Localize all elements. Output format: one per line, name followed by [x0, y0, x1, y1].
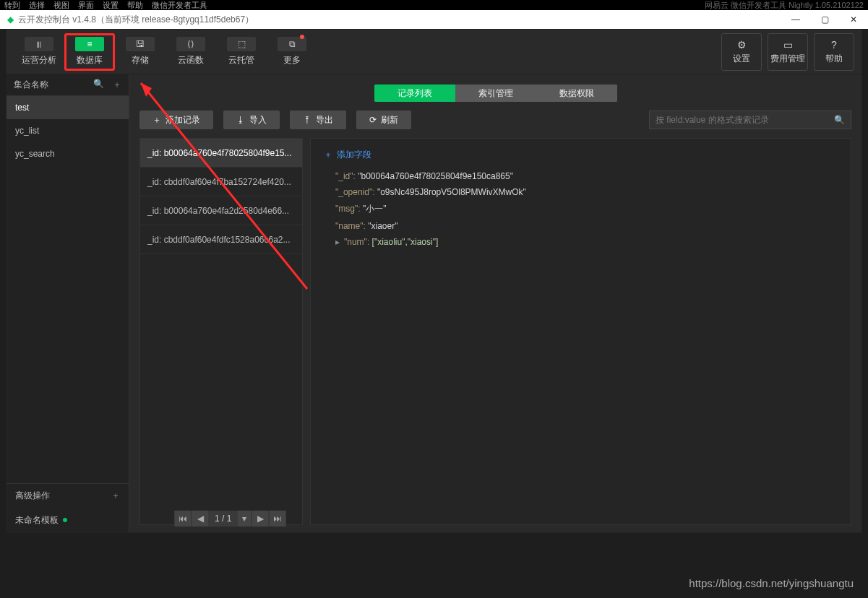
pager-status: 1 / 1	[209, 514, 237, 524]
import-button[interactable]: ⭳导入	[223, 110, 280, 129]
toolbar-cloudhost[interactable]: ⬚云托管	[216, 33, 267, 71]
sidebar-item-yclist[interactable]: yc_list	[7, 119, 129, 142]
record-row[interactable]: _id: b00064a760e4fa2d2580d4e66...	[140, 196, 302, 225]
pager-next[interactable]: ▶	[252, 511, 268, 526]
add-record-button[interactable]: ＋添加记录	[139, 110, 213, 129]
field-row[interactable]: ▸"num": ["xiaoliu","xiaosi"]	[335, 237, 838, 247]
sidebar-item-test[interactable]: test	[7, 96, 129, 119]
toolbar-cloudfunc[interactable]: ⟨⟩云函数	[166, 33, 216, 71]
minimize-button[interactable]: —	[781, 10, 810, 29]
titlebar: ◆ 云开发控制台 v1.4.8（当前环境 release-8gtygq11df5…	[0, 10, 868, 29]
field-row[interactable]: "name": "xiaoer"	[335, 221, 838, 231]
toolbar-more[interactable]: ⧉更多	[267, 33, 317, 71]
tab-indexes[interactable]: 索引管理	[455, 84, 536, 102]
field-row[interactable]: "_id": "b00064a760e4f78025804f9e150ca865…	[335, 171, 838, 181]
sidebar-template[interactable]: 未命名模板	[7, 508, 129, 532]
field-row[interactable]: "_openid": "o9sNc495J8ropV5Ol8PMWivXMwOk…	[335, 187, 838, 197]
search-input[interactable]	[656, 115, 834, 125]
toolbar-database[interactable]: ≡数据库	[64, 33, 115, 71]
main-toolbar: ⫼运营分析 ≡数据库 🖫存储 ⟨⟩云函数 ⬚云托管 ⧉更多 ⚙设置 ▭费用管理 …	[7, 30, 861, 74]
pager-dropdown[interactable]: ▾	[238, 511, 251, 526]
toolbar-analytics[interactable]: ⫼运营分析	[14, 33, 64, 71]
expand-icon[interactable]: ▸	[335, 237, 340, 247]
app-menubar: 转到选择视图界面设置帮助微信开发者工具 网易云 微信开发者工具 Nightly …	[0, 0, 868, 10]
plus-icon: ＋	[152, 114, 161, 126]
main-panel: 记录列表 索引管理 数据权限 ＋添加记录 ⭳导入 ⭱导出 ⟳刷新 🔍 _id: …	[129, 74, 861, 532]
maximize-button[interactable]: ▢	[810, 10, 839, 29]
export-button[interactable]: ⭱导出	[290, 110, 346, 129]
plus-icon: ＋	[324, 149, 332, 161]
billing-icon: ▭	[783, 39, 793, 51]
tab-permissions[interactable]: 数据权限	[536, 84, 617, 102]
pager-first[interactable]: ⏮	[175, 511, 191, 526]
record-detail: ＋添加字段 "_id": "b00064a760e4f78025804f9e15…	[310, 138, 851, 525]
watermark: https://blog.csdn.net/yingshuangtu	[689, 577, 854, 589]
search-box[interactable]: 🔍	[649, 110, 851, 129]
close-button[interactable]: ✕	[839, 10, 868, 29]
refresh-button[interactable]: ⟳刷新	[356, 110, 411, 129]
search-icon[interactable]: 🔍	[834, 115, 845, 125]
sidebar-advanced[interactable]: 高级操作＋	[7, 483, 129, 508]
field-row[interactable]: "msg": "小一"	[335, 203, 838, 215]
plus-icon[interactable]: ＋	[111, 490, 120, 502]
pager-prev[interactable]: ◀	[192, 511, 208, 526]
sidebar-item-ycsearch[interactable]: yc_search	[7, 142, 129, 165]
segment-control: 记录列表 索引管理 数据权限	[374, 84, 617, 102]
toolbar-storage[interactable]: 🖫存储	[115, 33, 166, 71]
sidebar-title: 集合名称	[14, 79, 48, 91]
upload-icon: ⭱	[303, 115, 311, 125]
refresh-icon: ⟳	[369, 115, 377, 125]
notification-dot-icon	[300, 35, 304, 39]
tab-records[interactable]: 记录列表	[374, 84, 455, 102]
help-icon: ?	[831, 39, 837, 51]
pager-last[interactable]: ⏭	[270, 511, 285, 526]
toolbar-billing[interactable]: ▭费用管理	[768, 33, 808, 71]
add-field-button[interactable]: ＋添加字段	[324, 149, 838, 161]
status-dot-icon	[63, 518, 67, 522]
search-icon[interactable]: 🔍	[93, 79, 104, 91]
app-logo-icon: ◆	[7, 14, 14, 25]
pager: ⏮ ◀ 1 / 1 ▾ ▶ ⏭	[174, 511, 286, 526]
record-row[interactable]: _id: cbddf0af60e4f7ba152724ef420...	[140, 168, 302, 196]
gear-icon: ⚙	[737, 39, 747, 51]
record-row[interactable]: _id: cbddf0af60e4fdfc1528a06c6a2...	[140, 225, 302, 254]
record-row[interactable]: _id: b00064a760e4f78025804f9e15...	[140, 139, 302, 168]
toolbar-help[interactable]: ?帮助	[814, 33, 854, 71]
add-collection-icon[interactable]: ＋	[113, 79, 121, 91]
toolbar-settings[interactable]: ⚙设置	[721, 33, 762, 71]
window-title: 云开发控制台 v1.4.8（当前环境 release-8gtygq11df5de…	[18, 14, 254, 26]
record-list: _id: b00064a760e4f78025804f9e15... _id: …	[139, 138, 303, 525]
download-icon: ⭳	[236, 115, 245, 125]
sidebar: 集合名称 🔍 ＋ test yc_list yc_search 高级操作＋ 未命…	[7, 74, 129, 532]
